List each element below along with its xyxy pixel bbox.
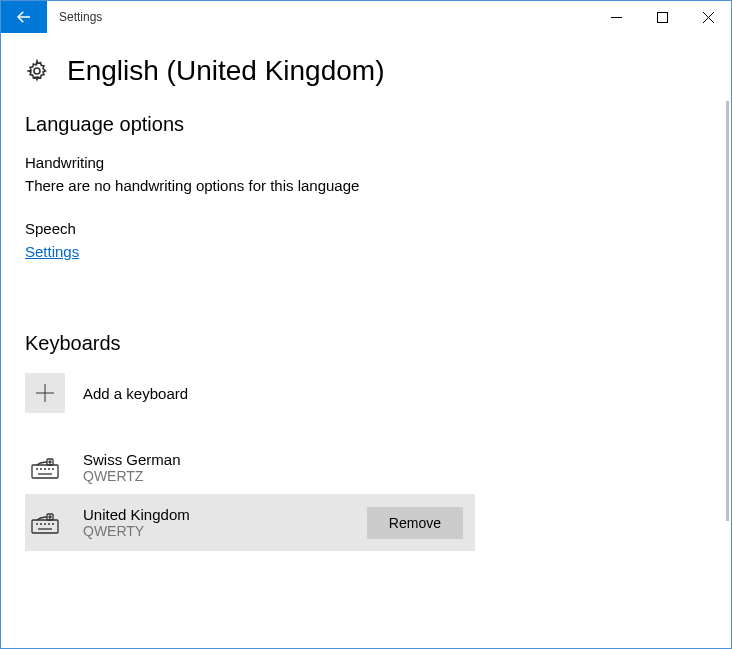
plus-icon [36,384,54,402]
close-icon [703,12,714,23]
keyboard-icon [25,457,65,479]
handwriting-info: There are no handwriting options for thi… [25,177,707,194]
keyboard-layout: QWERTZ [83,468,181,484]
speech-settings-link[interactable]: Settings [25,243,79,260]
vertical-scrollbar[interactable] [726,101,729,521]
speech-label: Speech [25,220,707,237]
add-keyboard-label: Add a keyboard [83,385,188,402]
svg-rect-2 [657,12,667,22]
arrow-left-icon [15,8,33,26]
language-options-heading: Language options [25,113,707,136]
minimize-button[interactable] [593,1,639,33]
keyboards-heading: Keyboards [25,332,707,355]
svg-rect-17 [32,520,58,533]
keyboard-item-labels: Swiss German QWERTZ [83,451,181,484]
keyboard-name: Swiss German [83,451,181,468]
svg-point-25 [49,516,51,518]
svg-point-16 [49,461,51,463]
keyboard-item-labels: United Kingdom QWERTY [83,506,190,539]
svg-rect-15 [47,459,53,465]
keyboard-layout: QWERTY [83,523,190,539]
remove-button[interactable]: Remove [367,507,463,539]
window-title: Settings [47,1,593,33]
svg-rect-8 [32,465,58,478]
back-button[interactable] [1,1,47,33]
title-bar: Settings [1,1,731,33]
svg-point-5 [34,68,40,74]
keyboard-item-uk-selected[interactable]: United Kingdom QWERTY Remove [25,494,475,551]
settings-window: Settings English (United Kingdom) Langua… [0,0,732,649]
page-header: English (United Kingdom) [25,33,707,109]
keyboard-name: United Kingdom [83,506,190,523]
gear-icon [25,59,49,83]
window-controls [593,1,731,33]
maximize-button[interactable] [639,1,685,33]
keyboard-icon [25,512,65,534]
add-keyboard-button[interactable]: Add a keyboard [25,373,707,413]
keyboard-item-swiss-german[interactable]: Swiss German QWERTZ [25,441,475,494]
svg-rect-24 [47,514,53,520]
handwriting-label: Handwriting [25,154,707,171]
maximize-icon [657,12,668,23]
close-button[interactable] [685,1,731,33]
page-title: English (United Kingdom) [67,55,385,87]
content-area: English (United Kingdom) Language option… [1,33,731,575]
plus-box [25,373,65,413]
minimize-icon [611,12,622,23]
